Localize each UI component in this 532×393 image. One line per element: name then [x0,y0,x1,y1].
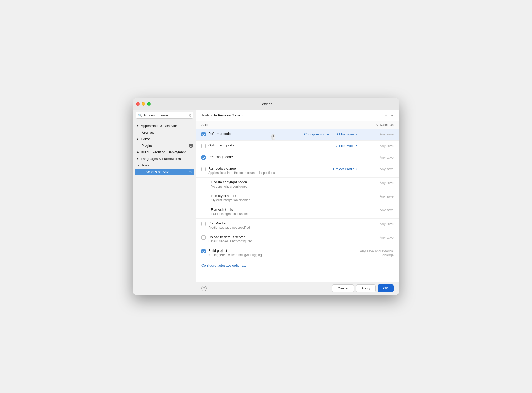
search-input[interactable] [144,113,188,117]
sidebar-item-label: Tools [141,163,193,167]
sidebar-item-label: Editor [141,137,193,141]
activated-on: Any save [357,132,394,136]
row-content: Run Prettier Prettier package not specif… [208,221,357,229]
row-title: Build project [208,249,357,253]
minimize-button[interactable] [142,102,145,106]
rearrange-code-checkbox[interactable] [201,155,206,160]
activated-on: Any save [357,155,394,159]
maximize-button[interactable] [147,102,151,106]
row-left: Upload to default server Default server … [201,235,357,243]
nav-forward-arrow[interactable]: → [390,113,394,117]
sidebar-item-actions-on-save[interactable]: Actions on Save ▭ [135,169,194,175]
activated-on: Any save [357,221,394,226]
sidebar: 🔍 ✕ ▶ Appearance & Behavior Keymap ▶ [133,110,196,295]
configure-autosave-link[interactable]: Configure autosave options... [201,263,246,267]
row-content: Update copyright notice No copyright is … [211,180,357,188]
row-middle: Configure scope... All file types ▾ [304,132,357,136]
project-profile-dropdown[interactable]: Project Profile ▾ [333,167,357,171]
chevron-right-icon: ▶ [137,138,139,140]
apply-button[interactable]: Apply [356,284,376,292]
row-left: Reformat code [201,132,304,136]
footer-buttons: Cancel Apply OK [332,284,394,292]
sidebar-item-label: Plugins [137,144,187,148]
chevron-right-icon: ▶ [137,158,139,160]
file-types-dropdown[interactable]: All file types ▾ [336,144,357,148]
sidebar-item-label: Languages & Frameworks [141,157,193,161]
panel-header: Tools › Actions on Save ▭ ← → [196,110,399,121]
sidebar-item-label: Appearance & Behavior [141,124,193,128]
row-title: Rearrange code [208,155,357,159]
row-left: Build project Not triggered while runnin… [201,249,357,257]
sidebar-item-label: Keymap [137,130,193,134]
breadcrumb: Tools › Actions on Save ▭ [201,113,245,117]
file-types-label: All file types [336,144,354,148]
sidebar-item-build[interactable]: ▶ Build, Execution, Deployment [133,149,196,155]
chevron-right-icon: ▶ [137,151,139,153]
table-row: Rearrange code Any save [196,152,399,164]
table-area: Action Activated On Reformat code Config… [196,121,399,282]
window-title: Settings [260,102,272,106]
row-subtitle: Stylelint integration disabled [211,198,357,202]
nav-arrows: ← → [384,113,394,117]
sidebar-item-label: Actions on Save [146,170,187,174]
cancel-button[interactable]: Cancel [332,284,354,292]
sidebar-item-plugins[interactable]: Plugins 1 [133,142,196,149]
row-content: Run code cleanup Applies fixes from the … [208,166,333,175]
search-bar: 🔍 ✕ [133,110,196,121]
row-content: Reformat code [208,132,304,136]
row-title: Update copyright notice [211,180,357,184]
help-button[interactable]: ? [201,286,207,291]
table-row: Run code cleanup Applies fixes from the … [196,164,399,178]
activated-on: Any save [357,143,394,148]
traffic-lights [136,102,151,106]
row-title: Run code cleanup [208,166,333,170]
table-row: Run stylelint --fix Stylelint integratio… [196,191,399,205]
build-project-checkbox[interactable] [201,249,206,253]
sidebar-item-appearance[interactable]: ▶ Appearance & Behavior [133,122,196,129]
table-header: Action Activated On [196,121,399,129]
run-prettier-checkbox[interactable] [201,222,206,226]
activated-on: Any save [357,180,394,185]
sidebar-item-editor[interactable]: ▶ Editor [133,136,196,142]
titlebar: Settings [133,98,399,110]
row-subtitle: Not triggered while running/debugging [208,253,357,257]
col-action-header: Action [201,123,352,127]
table-row: Run Prettier Prettier package not specif… [196,219,399,232]
project-profile-label: Project Profile [333,167,354,171]
optimize-imports-checkbox[interactable] [201,144,206,148]
reformat-code-checkbox[interactable] [201,132,206,136]
file-types-dropdown[interactable]: All file types ▾ [336,132,357,136]
row-title: Run stylelint --fix [211,194,357,198]
row-subtitle: No copyright is configured [211,185,357,188]
row-subtitle: Applies fixes from the code cleanup insp… [208,171,333,175]
configure-autosave-section: Configure autosave options... [196,260,399,271]
configure-scope-link[interactable]: Configure scope... [304,132,332,136]
close-button[interactable] [136,102,140,106]
upload-server-checkbox[interactable] [201,235,206,240]
main-panel: Tools › Actions on Save ▭ ← → Action Act… [196,110,399,295]
row-left: Rearrange code [201,155,357,160]
row-left: Update copyright notice No copyright is … [201,180,357,188]
row-title: Run eslint --fix [211,208,357,212]
row-title: Run Prettier [208,221,357,225]
file-types-label: All file types [336,132,354,136]
run-code-cleanup-checkbox[interactable] [201,167,206,171]
breadcrumb-parent: Tools [201,113,209,117]
nav-back-arrow[interactable]: ← [384,113,388,117]
activated-on: Any save [357,194,394,198]
sidebar-nav: ▶ Appearance & Behavior Keymap ▶ Editor … [133,121,196,295]
row-subtitle: Prettier package not specified [208,226,357,229]
minimize-icon: ▭ [189,170,192,174]
chevron-right-icon: ▶ [137,125,139,127]
sidebar-item-keymap[interactable]: Keymap [133,129,196,136]
settings-window: Settings 🔍 ✕ ▶ Appearance & Behavior [133,98,399,295]
sidebar-item-languages[interactable]: ▶ Languages & Frameworks [133,155,196,162]
table-row: Optimize imports All file types ▾ Any sa… [196,141,399,152]
row-content: Run eslint --fix ESLint integration disa… [211,208,357,216]
panel-minimize-icon[interactable]: ▭ [242,113,245,117]
ok-button[interactable]: OK [378,284,394,292]
row-content: Build project Not triggered while runnin… [208,249,357,257]
search-clear-button[interactable]: ✕ [189,114,191,117]
row-middle: All file types ▾ [336,143,357,148]
sidebar-item-tools[interactable]: ▼ Tools [133,162,196,169]
